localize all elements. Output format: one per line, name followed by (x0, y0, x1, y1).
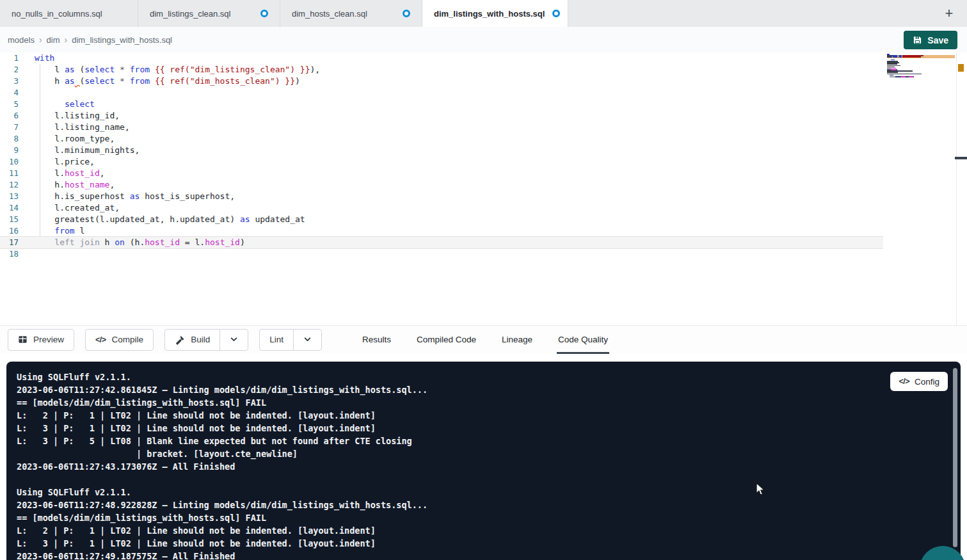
config-button[interactable]: </> Config (890, 372, 948, 391)
terminal-line: | bracket. [layout.cte_newline] (17, 447, 961, 460)
compile-button[interactable]: </> Compile (85, 329, 154, 351)
breadcrumb-item-models[interactable]: models (8, 35, 35, 45)
file-tab-dim-listings-with-hosts[interactable]: dim_listings_with_hosts.sql (422, 0, 568, 27)
line-number: 18 (0, 248, 26, 260)
code-token: h (35, 76, 65, 86)
code-token: as (65, 65, 75, 74)
save-floppy-icon (913, 35, 922, 45)
line-number: 14 (0, 202, 26, 214)
code-line[interactable]: l as (select * from {{ ref("dim_listings… (0, 64, 883, 76)
code-line[interactable]: l.price, (0, 156, 883, 168)
tab-label: Results (362, 335, 391, 344)
chevron-right-icon: › (65, 35, 68, 45)
terminal-line: == [models/dim/dim_listings_with_hosts.s… (17, 396, 961, 409)
chevron-down-icon (230, 335, 238, 344)
code-token: ( (75, 65, 85, 74)
file-tab-dim-hosts-clean[interactable]: dim_hosts_clean.sql (280, 0, 422, 27)
code-line[interactable]: greatest(l.updated_at, h.updated_at) as … (0, 214, 883, 225)
code-token: l.price, (35, 157, 95, 166)
dbt-cloud-ide: no_nulls_in_columns.sql dim_listings_cle… (0, 0, 967, 560)
code-token: from (130, 65, 150, 74)
results-tab-strip: Results Compiled Code Lineage Code Quali… (361, 326, 632, 354)
code-token: l.listing_name, (35, 122, 130, 132)
code-line[interactable]: left join h on (h.host_id = l.host_id) (0, 237, 883, 248)
line-number: 8 (0, 133, 26, 145)
terminal-line: 2023-06-06T11:27:49.187575Z — All Finish… (17, 550, 961, 560)
terminal-line: == [models/dim/dim_listings_with_hosts.s… (17, 511, 961, 524)
code-editor[interactable]: with l as (select * from {{ ref("dim_lis… (0, 52, 967, 325)
overview-ruler[interactable] (956, 52, 967, 325)
lint-dropdown-button[interactable] (293, 330, 321, 350)
line-number: 3 (0, 76, 26, 87)
code-line[interactable]: l.listing_name, (0, 122, 883, 133)
file-tab-dim-listings-clean[interactable]: dim_listings_clean.sql (138, 0, 280, 27)
code-line[interactable]: l.created_at, (0, 202, 883, 214)
file-tab-label: dim_listings_with_hosts.sql (434, 9, 545, 19)
code-line[interactable] (0, 248, 883, 260)
code-line[interactable] (0, 87, 883, 99)
line-number: 12 (0, 179, 26, 191)
code-token: select (84, 65, 115, 74)
line-number: 2 (0, 64, 26, 76)
file-tab-no-nulls-in-columns[interactable]: no_nulls_in_columns.sql (0, 0, 138, 27)
save-button[interactable]: Save (904, 31, 957, 49)
code-token: h.is_superhost (35, 191, 130, 201)
line-number: 13 (0, 191, 26, 202)
grid-icon (18, 335, 28, 344)
code-line[interactable]: h as (select * from {{ ref("dim_hosts_cl… (0, 76, 883, 87)
breadcrumb-item-dim[interactable]: dim (47, 35, 60, 45)
code-token: * (120, 76, 125, 86)
unsaved-changes-dot-icon (552, 10, 560, 17)
build-button-label: Build (191, 335, 210, 344)
lint-warning-marker[interactable] (958, 64, 964, 72)
code-line[interactable]: with (0, 52, 883, 64)
tab-results[interactable]: Results (361, 326, 392, 354)
terminal-scrollbar[interactable] (953, 368, 957, 547)
code-token: ) (295, 76, 300, 86)
code-line[interactable]: l.minimum_nights, (0, 145, 883, 156)
terminal-line: L: 2 | P: 1 | LT02 | Line should not be … (17, 524, 961, 537)
lint-button[interactable]: Lint (260, 330, 293, 350)
unsaved-changes-dot-icon (403, 10, 410, 17)
preview-button[interactable]: Preview (8, 329, 74, 351)
code-line[interactable]: select (0, 99, 883, 110)
code-token (150, 76, 155, 86)
terminal-line: L: 3 | P: 1 | LT02 | Line should not be … (17, 422, 961, 435)
code-token: select (65, 99, 95, 109)
code-line[interactable]: from l (0, 225, 883, 237)
code-line[interactable]: l.host_id, (0, 168, 883, 179)
new-tab-button[interactable]: + (940, 4, 958, 22)
lint-output-terminal[interactable]: Using SQLFluff v2.1.1.2023-06-06T11:27:4… (6, 362, 961, 560)
code-icon: </> (95, 335, 106, 344)
build-button[interactable]: Build (165, 330, 220, 350)
minimap-lines[interactable] (887, 54, 955, 79)
code-token: host_name (65, 180, 109, 189)
tab-lineage[interactable]: Lineage (500, 326, 534, 354)
code-line[interactable]: h.is_superhost as host_is_superhost, (0, 191, 883, 202)
tab-label: Compiled Code (417, 335, 476, 344)
terminal-line: Using SQLFluff v2.1.1. (17, 486, 961, 499)
code-token: l (75, 226, 85, 236)
code-token: host_id (205, 237, 240, 247)
chevron-down-icon (303, 335, 312, 344)
code-lines: with l as (select * from {{ ref("dim_lis… (0, 52, 883, 260)
code-token: {{ ref("dim_listings_clean") }} (155, 65, 310, 74)
tab-code-quality[interactable]: Code Quality (557, 326, 609, 354)
terminal-line: L: 3 | P: 1 | LT02 | Line should not be … (17, 537, 961, 550)
code-token (35, 99, 65, 109)
code-line[interactable]: l.listing_id, (0, 110, 883, 122)
code-line[interactable]: l.room_type, (0, 133, 883, 145)
line-number: 5 (0, 99, 26, 110)
code-token: from (130, 76, 150, 86)
file-tab-label: dim_listings_clean.sql (150, 9, 230, 19)
chevron-right-icon: › (39, 35, 42, 45)
code-token: l.minimum_nights, (35, 145, 140, 155)
build-dropdown-button[interactable] (220, 330, 248, 350)
code-token: with (35, 53, 54, 63)
tab-compiled-code[interactable]: Compiled Code (415, 326, 477, 354)
code-line[interactable]: h.host_name, (0, 179, 883, 191)
code-token (35, 226, 54, 236)
line-number: 1 (0, 52, 26, 64)
build-split-button: Build (164, 329, 248, 351)
tab-label: Lineage (502, 335, 532, 344)
